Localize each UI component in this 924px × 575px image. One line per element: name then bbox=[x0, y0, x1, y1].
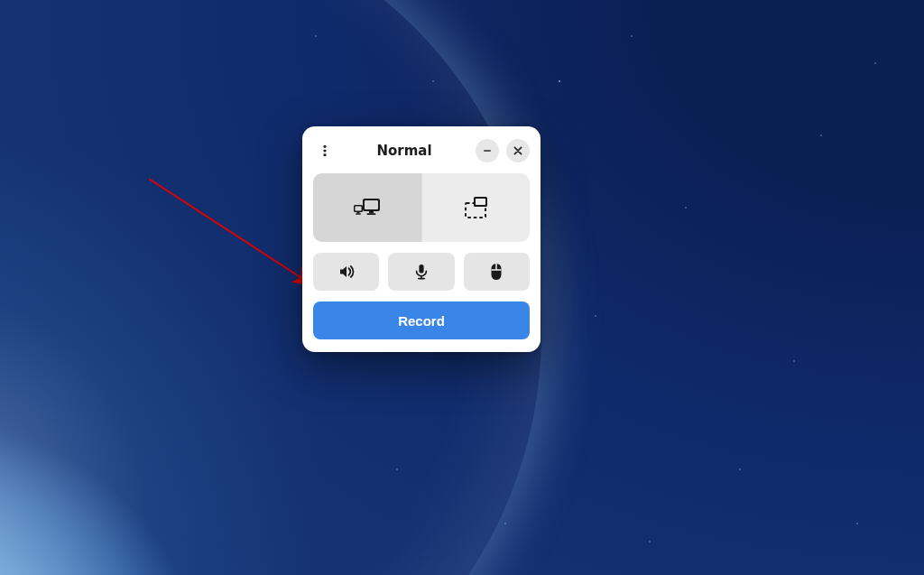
window-controls bbox=[476, 139, 530, 162]
window-titlebar: Normal bbox=[313, 135, 530, 166]
monitor-icon bbox=[352, 196, 383, 219]
svg-rect-6 bbox=[365, 200, 378, 209]
speaker-icon bbox=[337, 263, 356, 281]
capture-mode-group bbox=[313, 173, 530, 242]
close-icon bbox=[513, 145, 523, 156]
record-button[interactable]: Record bbox=[313, 301, 530, 339]
capture-options-group bbox=[313, 253, 530, 291]
svg-rect-12 bbox=[356, 213, 361, 215]
area-mode-button[interactable] bbox=[421, 173, 531, 242]
svg-rect-15 bbox=[476, 199, 485, 205]
close-button[interactable] bbox=[506, 139, 530, 162]
record-pointer-toggle[interactable] bbox=[464, 253, 530, 291]
svg-rect-11 bbox=[356, 212, 359, 213]
desktop-wallpaper: Normal bbox=[0, 0, 924, 575]
svg-rect-7 bbox=[369, 211, 374, 213]
svg-rect-10 bbox=[355, 207, 361, 211]
minimize-icon bbox=[482, 145, 493, 156]
window-title: Normal bbox=[333, 143, 476, 159]
record-sound-toggle[interactable] bbox=[313, 253, 379, 291]
selection-area-icon bbox=[461, 195, 490, 220]
record-mic-toggle[interactable] bbox=[388, 253, 454, 291]
svg-rect-8 bbox=[366, 213, 375, 215]
microphone-icon bbox=[412, 263, 430, 281]
svg-point-1 bbox=[323, 145, 326, 148]
kebab-menu-icon bbox=[319, 144, 331, 157]
svg-rect-4 bbox=[484, 150, 491, 152]
svg-rect-16 bbox=[419, 264, 423, 274]
minimize-button[interactable] bbox=[476, 139, 499, 162]
mouse-icon bbox=[488, 262, 504, 282]
fullscreen-mode-button[interactable] bbox=[313, 173, 421, 242]
svg-point-3 bbox=[323, 153, 326, 156]
svg-point-2 bbox=[323, 149, 326, 152]
screen-recorder-window: Normal bbox=[302, 126, 541, 352]
